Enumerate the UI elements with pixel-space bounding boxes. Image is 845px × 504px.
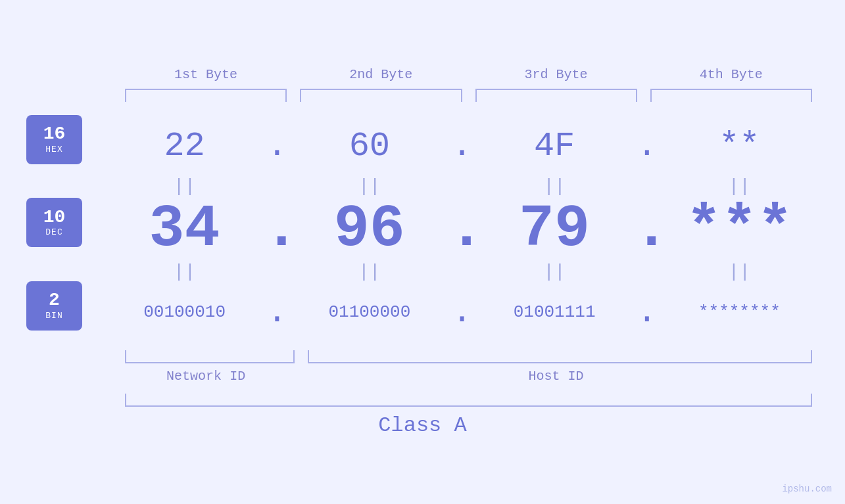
hex-badge: 16 HEX [26, 115, 82, 164]
bracket-top-3 [475, 89, 637, 102]
host-id-label: Host ID [293, 369, 819, 384]
bottom-section: Network ID Host ID [26, 350, 819, 384]
bin-badge-label: BIN [45, 311, 62, 321]
overall-bracket [125, 394, 812, 407]
eq-row-2: || || || || [26, 263, 819, 281]
network-id-label: Network ID [118, 369, 293, 384]
rows-wrapper: 16 HEX 22 . 60 . 4F . ** || || | [26, 115, 819, 344]
dec-dot-2: . [449, 200, 475, 259]
eq-values-2: || || || || [105, 263, 819, 281]
bin-val-3: 01001111 [475, 302, 634, 322]
bin-val-1: 00100010 [105, 302, 264, 322]
bin-val-2: 01100000 [290, 302, 448, 322]
byte-header-4: 4th Byte [644, 67, 819, 82]
hex-badge-slot: 16 HEX [26, 115, 105, 177]
dec-val-3: 79 [475, 196, 634, 263]
hex-dot-1: . [264, 127, 290, 166]
top-brackets [26, 89, 819, 102]
watermark: ipshu.com [782, 484, 832, 494]
byte-header-1: 1st Byte [118, 67, 293, 82]
eq-5: || [105, 263, 264, 281]
bin-dot-1: . [264, 293, 290, 332]
dec-values: 34 . 96 . 79 . *** [105, 196, 819, 263]
eq-4: || [660, 177, 819, 196]
bin-dot-3: . [634, 293, 660, 332]
hex-row: 16 HEX 22 . 60 . 4F . ** [26, 115, 819, 177]
dec-val-2: 96 [290, 196, 448, 263]
bottom-brackets-row [118, 350, 819, 363]
overall-bracket-section [26, 394, 819, 407]
bin-row: 2 BIN 00100010 . 01100000 . 01001111 . *… [26, 281, 819, 344]
bracket-top-1 [125, 89, 287, 102]
bracket-network [125, 350, 295, 363]
hex-dot-2: . [449, 127, 475, 166]
dec-badge: 10 DEC [26, 198, 82, 247]
byte-headers-row: 1st Byte 2nd Byte 3rd Byte 4th Byte [26, 67, 819, 82]
bin-badge-slot: 2 BIN [26, 281, 105, 344]
eq-3: || [475, 177, 634, 196]
hex-badge-label: HEX [45, 145, 62, 154]
byte-header-2: 2nd Byte [293, 67, 468, 82]
eq-7: || [475, 263, 634, 281]
hex-val-1: 22 [105, 127, 264, 166]
eq-2: || [290, 177, 448, 196]
labels-row: Network ID Host ID [118, 369, 819, 384]
bin-dot-2: . [449, 293, 475, 332]
eq-row-1: || || || || [26, 177, 819, 196]
hex-val-4: ** [660, 127, 819, 166]
dec-badge-label: DEC [45, 227, 62, 237]
bin-badge-number: 2 [49, 290, 60, 311]
hex-badge-number: 16 [43, 124, 66, 145]
bin-val-4: ******** [660, 302, 819, 322]
dec-dot-3: . [634, 200, 660, 259]
hex-val-2: 60 [290, 127, 448, 166]
eq-spacer-2 [26, 263, 105, 281]
dec-dot-1: . [264, 200, 290, 259]
eq-1: || [105, 177, 264, 196]
main-container: 1st Byte 2nd Byte 3rd Byte 4th Byte 16 H… [0, 0, 845, 504]
eq-8: || [660, 263, 819, 281]
byte-header-3: 3rd Byte [469, 67, 644, 82]
hex-val-3: 4F [475, 127, 634, 166]
dec-badge-slot: 10 DEC [26, 198, 105, 260]
bin-badge: 2 BIN [26, 281, 82, 331]
eq-values-1: || || || || [105, 177, 819, 196]
eq-spacer-1 [26, 177, 105, 196]
dec-val-1: 34 [105, 196, 264, 263]
bracket-top-4 [650, 89, 812, 102]
hex-values: 22 . 60 . 4F . ** [105, 127, 819, 166]
dec-row: 10 DEC 34 . 96 . 79 . *** [26, 196, 819, 263]
dec-val-4: *** [660, 196, 819, 263]
bin-values: 00100010 . 01100000 . 01001111 . *******… [105, 293, 819, 332]
hex-dot-3: . [634, 127, 660, 166]
dec-badge-number: 10 [43, 208, 66, 228]
bracket-top-2 [300, 89, 462, 102]
eq-6: || [290, 263, 448, 281]
bracket-host [308, 350, 812, 363]
class-label: Class A [378, 413, 466, 438]
